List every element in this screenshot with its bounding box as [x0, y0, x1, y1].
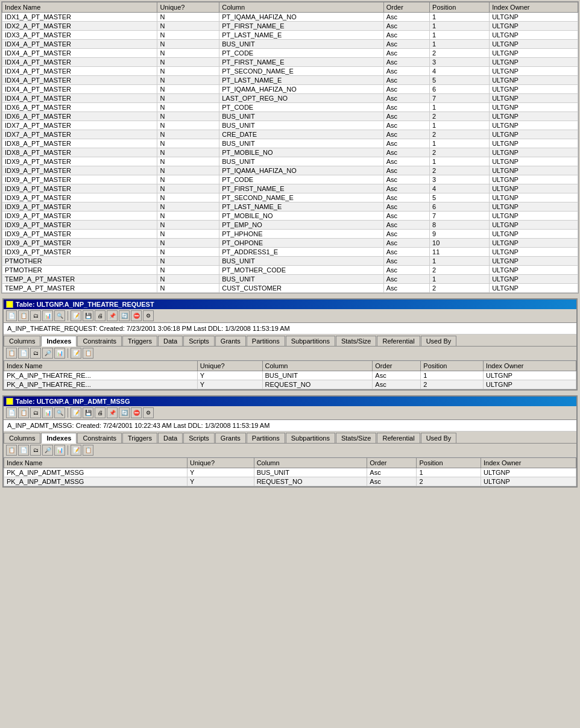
- tab-partitions[interactable]: Partitions: [247, 336, 285, 346]
- tb-settings[interactable]: ⚙: [143, 310, 154, 321]
- st4[interactable]: 🔎: [42, 348, 53, 359]
- tab-triggers[interactable]: Triggers: [122, 336, 157, 346]
- tab-scripts[interactable]: Scripts: [183, 433, 215, 443]
- tb-save[interactable]: 💾: [83, 310, 93, 321]
- st6[interactable]: 📝: [71, 348, 81, 359]
- table-cell: Asc: [383, 275, 429, 284]
- top-col-header[interactable]: Column: [219, 2, 384, 13]
- table-cell: Asc: [383, 148, 429, 157]
- st1[interactable]: 📋: [6, 348, 17, 359]
- tab-used by[interactable]: Used By: [421, 433, 457, 443]
- tab-data[interactable]: Data: [158, 433, 183, 443]
- tb-new[interactable]: 📄: [6, 310, 17, 321]
- tab-stats-size[interactable]: Stats/Size: [336, 433, 377, 443]
- col-header[interactable]: Column: [254, 458, 367, 468]
- tab-used by[interactable]: Used By: [421, 336, 457, 346]
- tab-indexes[interactable]: Indexes: [41, 433, 77, 444]
- atb-folder[interactable]: 🗂: [30, 407, 41, 418]
- top-col-header[interactable]: Index Name: [2, 2, 157, 13]
- table-cell: Asc: [383, 130, 429, 139]
- atb-new[interactable]: 📄: [6, 407, 17, 418]
- ast4[interactable]: 🔎: [42, 445, 53, 456]
- atb-settings[interactable]: ⚙: [143, 407, 154, 418]
- st7[interactable]: 📋: [83, 348, 93, 359]
- tab-stats-size[interactable]: Stats/Size: [336, 336, 377, 346]
- col-header[interactable]: Column: [262, 361, 373, 371]
- atb-search[interactable]: 🔍: [54, 407, 65, 418]
- table-row: TEMP_A_PT_MASTERNBUS_UNITAsc1ULTGNP: [2, 275, 578, 284]
- tab-constraints[interactable]: Constraints: [77, 336, 122, 346]
- table-cell: N: [157, 121, 219, 130]
- tab-partitions[interactable]: Partitions: [247, 433, 285, 443]
- top-col-header[interactable]: Unique?: [157, 2, 219, 13]
- tb-open[interactable]: 📋: [18, 310, 29, 321]
- st5[interactable]: 📊: [54, 348, 65, 359]
- tab-columns[interactable]: Columns: [4, 433, 40, 443]
- tb-pin[interactable]: 📌: [107, 310, 118, 321]
- col-header[interactable]: Position: [421, 361, 484, 371]
- ast3[interactable]: 🗂: [30, 445, 41, 456]
- table-cell: N: [157, 157, 219, 166]
- ast2[interactable]: 📄: [18, 445, 29, 456]
- st2[interactable]: 📄: [18, 348, 29, 359]
- tb-grid[interactable]: 📊: [42, 310, 53, 321]
- st3[interactable]: 🗂: [30, 348, 41, 359]
- tb-print[interactable]: 🖨: [95, 310, 106, 321]
- col-header[interactable]: Index Name: [4, 361, 198, 371]
- col-header[interactable]: Position: [417, 458, 481, 468]
- atb-open[interactable]: 📋: [18, 407, 29, 418]
- tb-stop[interactable]: ⛔: [131, 310, 142, 321]
- atb-print[interactable]: 🖨: [95, 407, 106, 418]
- col-header[interactable]: Order: [367, 458, 417, 468]
- col-header[interactable]: Index Owner: [484, 361, 576, 371]
- tab-triggers[interactable]: Triggers: [122, 433, 157, 443]
- tab-constraints[interactable]: Constraints: [77, 433, 122, 443]
- ast5[interactable]: 📊: [54, 445, 65, 456]
- tab-data[interactable]: Data: [158, 336, 183, 346]
- ast1[interactable]: 📋: [6, 445, 17, 456]
- tab-grants[interactable]: Grants: [215, 433, 246, 443]
- table-row: IDX4_A_PT_MASTERNBUS_UNITAsc1ULTGNP: [2, 40, 578, 49]
- table-cell: IDX9_A_PT_MASTER: [2, 202, 157, 212]
- atb-grid[interactable]: 📊: [42, 407, 53, 418]
- table-cell: IDX9_A_PT_MASTER: [2, 248, 157, 257]
- tab-grants[interactable]: Grants: [215, 336, 246, 346]
- ast7[interactable]: 📋: [83, 445, 93, 456]
- theatre-title-icon: [6, 301, 13, 308]
- tab-columns[interactable]: Columns: [4, 336, 40, 346]
- col-header[interactable]: Unique?: [197, 361, 262, 371]
- tb-search[interactable]: 🔍: [54, 310, 65, 321]
- table-cell: PT_CODE: [219, 49, 384, 58]
- table-cell: 4: [430, 184, 490, 193]
- tab-subpartitions[interactable]: Subpartitions: [286, 336, 335, 346]
- atb-refresh[interactable]: 🔄: [119, 407, 130, 418]
- top-col-header[interactable]: Order: [383, 2, 429, 13]
- table-row: IDX4_A_PT_MASTERNPT_SECOND_NAME_EAsc4ULT…: [2, 67, 578, 76]
- col-header[interactable]: Unique?: [188, 458, 254, 468]
- atb-stop[interactable]: ⛔: [131, 407, 142, 418]
- tb-edit[interactable]: 📝: [71, 310, 81, 321]
- top-col-header[interactable]: Position: [430, 2, 490, 13]
- table-cell: ULTGNP: [490, 284, 578, 293]
- tab-referential[interactable]: Referential: [377, 336, 420, 346]
- col-header[interactable]: Index Owner: [481, 458, 576, 468]
- col-header[interactable]: Order: [373, 361, 421, 371]
- tab-referential[interactable]: Referential: [377, 433, 420, 443]
- tab-indexes[interactable]: Indexes: [41, 336, 77, 347]
- tab-scripts[interactable]: Scripts: [183, 336, 215, 346]
- ast6[interactable]: 📝: [71, 445, 81, 456]
- tb-folder[interactable]: 🗂: [30, 310, 41, 321]
- tab-subpartitions[interactable]: Subpartitions: [286, 433, 335, 443]
- atb-edit[interactable]: 📝: [71, 407, 81, 418]
- top-col-header[interactable]: Index Owner: [490, 2, 578, 13]
- table-cell: IDX9_A_PT_MASTER: [2, 184, 157, 193]
- admt-table-container: Index NameUnique?ColumnOrderPositionInde…: [4, 457, 576, 486]
- col-header[interactable]: Index Name: [4, 458, 188, 468]
- table-cell: ULTGNP: [490, 175, 578, 184]
- atb-pin[interactable]: 📌: [107, 407, 118, 418]
- atb-save[interactable]: 💾: [83, 407, 93, 418]
- tb-refresh[interactable]: 🔄: [119, 310, 130, 321]
- table-cell: Asc: [367, 477, 417, 486]
- table-cell: Asc: [383, 67, 429, 76]
- table-cell: ULTGNP: [490, 212, 578, 221]
